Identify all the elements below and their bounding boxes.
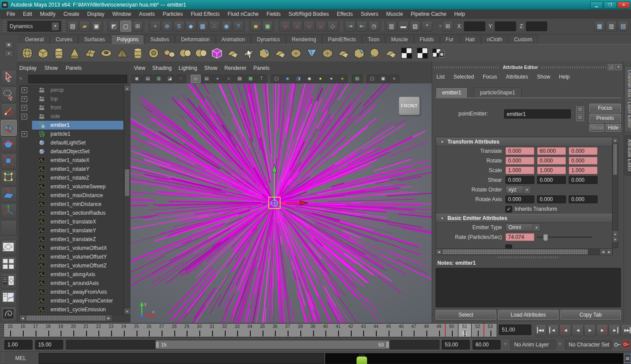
use-all-lights-icon[interactable]: ●: [337, 75, 347, 83]
chevron-down-icon[interactable]: ▽: [504, 342, 507, 346]
show-channel-box-icon[interactable]: ▦: [594, 21, 605, 32]
frame-53[interactable]: 53: [484, 324, 497, 337]
statusline-grip[interactable]: [62, 21, 65, 32]
select-surfaces-icon[interactable]: ◆: [185, 21, 196, 32]
use-default-material-icon[interactable]: ●: [213, 75, 223, 83]
scroll-right-icon[interactable]: ▶: [606, 249, 613, 255]
rotate-field-y[interactable]: 0.000: [537, 157, 566, 165]
outliner-item-emitter1-awayfromcenter[interactable]: emitter1_awayFromCenter: [20, 296, 123, 305]
expand-icon[interactable]: +: [22, 105, 27, 111]
frame-50[interactable]: 50: [445, 324, 458, 337]
minimize-button[interactable]: ▁: [590, 1, 603, 9]
bookmarks-icon[interactable]: ▥: [154, 75, 164, 83]
select-by-object-icon[interactable]: ▢: [120, 21, 131, 32]
shelf-menu-icon[interactable]: ▾: [4, 50, 13, 57]
outliner-item-emitter1-rotatey[interactable]: emitter1_rotateY: [20, 165, 123, 173]
lock-selection-icon[interactable]: ◙: [250, 21, 261, 32]
all-lights-icon[interactable]: ■: [282, 75, 292, 83]
command-input[interactable]: [39, 353, 324, 364]
select-by-hierarchy-icon[interactable]: ◩: [108, 21, 119, 32]
no-lights-icon[interactable]: ◆: [304, 75, 314, 83]
rotate-axis-field-z[interactable]: 0.000: [569, 195, 598, 203]
poly-torus-icon[interactable]: [99, 46, 114, 61]
rotate-field-z[interactable]: 0.000: [569, 157, 598, 165]
scale-tool[interactable]: [1, 153, 17, 169]
outliner-item-emitter1-maxdistance[interactable]: emitter1_maxDistance: [20, 191, 123, 200]
frame-45[interactable]: 45: [382, 324, 395, 337]
frame-28[interactable]: 28: [168, 324, 180, 337]
attribute-menu-selected[interactable]: Selected: [454, 74, 474, 80]
slider-handle[interactable]: [543, 234, 548, 241]
snap-to-grids-icon[interactable]: ∪: [280, 21, 291, 32]
viewport-menu-view[interactable]: View: [134, 65, 145, 71]
shelf-tab-polygons[interactable]: Polygons: [111, 35, 144, 44]
scrollbar-thumb[interactable]: [26, 315, 106, 321]
frame-26[interactable]: 26: [143, 324, 155, 337]
point-emitter-field[interactable]: emitter1: [504, 109, 571, 119]
outliner-search-input[interactable]: [28, 75, 127, 83]
image-plane-icon[interactable]: ◪: [165, 75, 175, 83]
scrollbar-thumb[interactable]: [442, 249, 588, 255]
scroll-down-icon[interactable]: ▼: [613, 237, 618, 242]
menu-muscle[interactable]: Muscle: [382, 11, 407, 17]
menu-fields[interactable]: Fields: [263, 11, 285, 17]
soft-modification-tool[interactable]: [1, 187, 17, 202]
show-button[interactable]: Show: [589, 124, 604, 132]
rotate-axis-field-y[interactable]: 0.000: [537, 195, 566, 203]
animation-start-field[interactable]: 1.00: [4, 340, 32, 350]
outliner-item-emitter1-sectionradius[interactable]: emitter1_sectionRadius: [20, 209, 123, 217]
frame-37[interactable]: 37: [281, 324, 294, 337]
load-attributes-button[interactable]: Load Attributes: [498, 310, 559, 320]
outliner-horizontal-scrollbar[interactable]: ◀ ▶: [19, 315, 130, 321]
2d-pan-zoom-icon[interactable]: +: [176, 75, 186, 83]
shear-field-z[interactable]: 0.000: [569, 176, 598, 184]
command-line-mode[interactable]: MEL: [4, 354, 37, 363]
new-scene-icon[interactable]: ▤: [67, 21, 78, 32]
load-output-icon[interactable]: ◱: [576, 114, 584, 121]
range-end-handle[interactable]: [386, 341, 389, 348]
frame-27[interactable]: 27: [155, 324, 168, 337]
transform-attributes-section[interactable]: ▼ Transform Attributes: [436, 137, 613, 146]
viewport-canvas[interactable]: FRONT y x: [130, 83, 432, 323]
playback-start-field[interactable]: 15.00: [35, 340, 63, 350]
menu-soft-rigid-bodies[interactable]: Soft/Rigid Bodies: [285, 11, 333, 17]
attribute-horizontal-scrollbar[interactable]: ◀ ◀ ▶: [436, 249, 613, 255]
attribute-menu-attributes[interactable]: Attributes: [506, 74, 528, 80]
outliner-item-emitter1-mindistance[interactable]: emitter1_minDistance: [20, 200, 123, 209]
step-back-frame-button[interactable]: ◀: [547, 324, 559, 336]
translate-manipulator[interactable]: [231, 159, 318, 247]
shelf-tab-dynamics[interactable]: Dynamics: [251, 35, 286, 44]
poly-wedge-icon[interactable]: [225, 46, 240, 61]
shelf-tab-rendering[interactable]: Rendering: [286, 35, 322, 44]
frame-51[interactable]: 5151: [458, 324, 472, 337]
default-lighting-icon[interactable]: ▢: [271, 75, 281, 83]
rotate-tool[interactable]: [1, 137, 17, 152]
script-editor-icon[interactable]: ▤: [624, 354, 631, 363]
viewport-menu-lighting[interactable]: Lighting: [179, 65, 197, 71]
chevron-down-icon[interactable]: ▽: [439, 24, 442, 28]
frame-16[interactable]: 16: [17, 324, 29, 337]
playback-range-bar[interactable]: 15 53: [155, 340, 389, 349]
poly-pipe-icon[interactable]: [130, 46, 145, 61]
outliner-item-defaultlightset[interactable]: defaultLightSet: [20, 138, 123, 147]
shelf-tab-fluids[interactable]: Fluids: [414, 35, 440, 44]
four-pane-layout[interactable]: [1, 256, 17, 272]
outliner-item-side[interactable]: +side: [20, 112, 123, 121]
construction-history-icon[interactable]: ◷: [368, 21, 379, 32]
y-input[interactable]: [495, 22, 516, 31]
save-scene-icon[interactable]: ▣: [91, 21, 102, 32]
outliner-item-emitter1-translatey[interactable]: emitter1_translateY: [20, 226, 123, 235]
poly-triangulate-icon[interactable]: [304, 46, 319, 61]
show-tool-settings-icon[interactable]: ▥: [606, 21, 617, 32]
poly-smooth-icon[interactable]: [288, 46, 303, 61]
shelf-tab-animation[interactable]: Animation: [216, 35, 251, 44]
select-handles-icon[interactable]: +: [150, 21, 161, 32]
isolate-select-icon[interactable]: ▧: [352, 75, 362, 83]
select-joints-icon[interactable]: ⊚: [162, 21, 173, 32]
outliner-item-particle1[interactable]: +particle1: [20, 130, 123, 138]
show-manipulator-tool[interactable]: [1, 203, 17, 219]
expand-icon[interactable]: +: [22, 131, 27, 137]
menu-file[interactable]: File: [3, 11, 19, 17]
basic-emitter-attributes-section[interactable]: ▼ Basic Emitter Attributes: [436, 214, 613, 223]
frame-17[interactable]: 17: [29, 324, 42, 337]
